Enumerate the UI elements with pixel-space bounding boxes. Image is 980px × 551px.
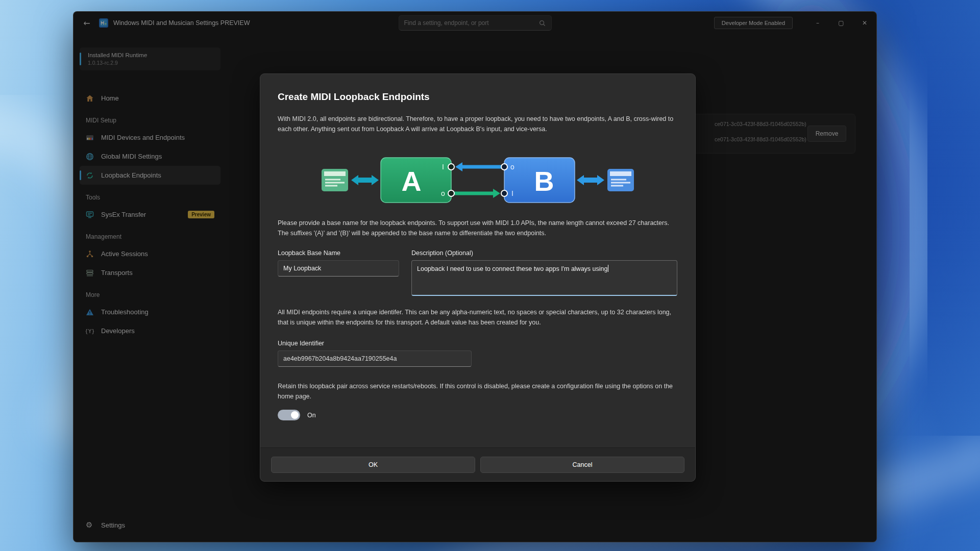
- description-text: Loopback I need to use to connect these …: [417, 265, 607, 272]
- unique-id-input[interactable]: [278, 350, 472, 367]
- description-input[interactable]: Loopback I need to use to connect these …: [411, 260, 677, 296]
- description-label: Description (Optional): [411, 249, 677, 257]
- retain-text: Retain this loopback pair across service…: [278, 381, 678, 402]
- loopback-a-box: A I o: [381, 158, 451, 203]
- create-loopback-dialog: Create MIDI Loopback Endpoints With MIDI…: [260, 73, 696, 482]
- retain-toggle[interactable]: [278, 410, 300, 420]
- unique-id-label: Unique Identifier: [278, 340, 678, 347]
- b-input-port-label: I: [511, 189, 513, 197]
- toggle-knob: [291, 411, 299, 419]
- text-caret: [608, 265, 608, 272]
- loopback-diagram: A I o B o I: [320, 156, 636, 207]
- toggle-state-label: On: [307, 412, 316, 419]
- dialog-title: Create MIDI Loopback Endpoints: [278, 91, 678, 103]
- bidirectional-arrow-left: [351, 175, 379, 185]
- a-output-port-label: o: [441, 189, 445, 197]
- loopback-a-letter: A: [402, 166, 422, 196]
- loopback-b-box: B o I: [504, 158, 575, 203]
- loopback-b-letter: B: [534, 166, 554, 196]
- app-window-icon-left: [322, 169, 348, 191]
- a-output-port: [448, 190, 454, 196]
- unique-id-instructions: All MIDI endpoints require a unique iden…: [278, 307, 678, 328]
- base-name-label: Loopback Base Name: [278, 249, 399, 257]
- b-output-port-label: o: [510, 163, 514, 171]
- b-input-port: [501, 190, 507, 196]
- base-name-field-group: Loopback Base Name: [278, 249, 399, 296]
- bidirectional-arrow-right: [577, 175, 604, 185]
- base-name-input[interactable]: [278, 260, 399, 277]
- intro-text: With MIDI 2.0, all endpoints are bidirec…: [278, 114, 678, 134]
- a-input-port: [448, 164, 454, 170]
- crosswire-connectors: [454, 162, 501, 198]
- a-input-port-label: I: [442, 163, 444, 171]
- app-window: ← Windows MIDI and Musician Settings PRE…: [73, 11, 877, 542]
- b-output-port: [501, 164, 507, 170]
- dialog-footer: OK Cancel: [260, 447, 695, 481]
- base-name-instructions: Please provide a base name for the loopb…: [278, 218, 678, 238]
- cancel-button[interactable]: Cancel: [480, 457, 684, 473]
- ok-button[interactable]: OK: [271, 457, 475, 473]
- app-window-icon-right: [607, 169, 634, 191]
- description-field-group: Description (Optional) Loopback I need t…: [411, 249, 677, 296]
